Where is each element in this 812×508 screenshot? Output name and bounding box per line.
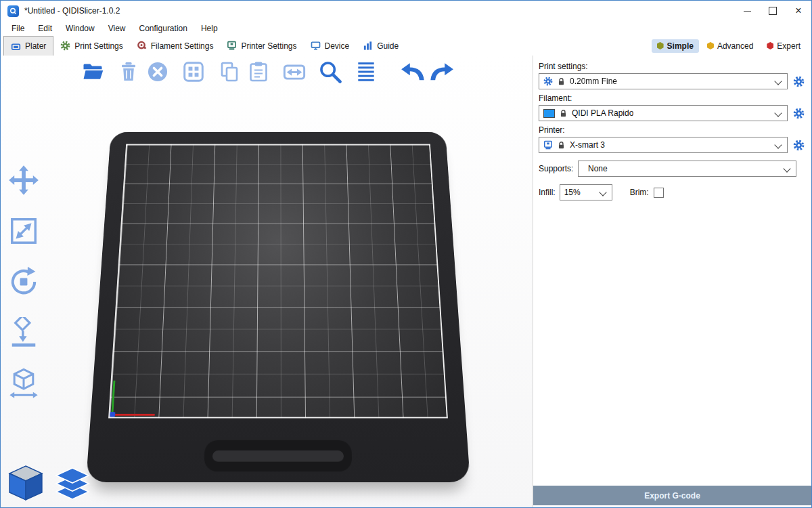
print-bed [86, 75, 470, 482]
tab-print-settings[interactable]: Print Settings [53, 36, 129, 56]
3d-cube-icon [6, 464, 45, 502]
open-file-button[interactable] [79, 58, 106, 85]
lock-icon [557, 77, 566, 86]
window-controls: × [734, 1, 811, 21]
arrange-button[interactable] [180, 58, 207, 85]
filament-gear-button[interactable] [791, 106, 806, 121]
app-logo-icon [7, 5, 19, 17]
lock-icon [557, 141, 566, 150]
expert-mode-dot-icon [767, 42, 773, 49]
tab-plater[interactable]: Plater [3, 36, 53, 56]
mode-label: Advanced [717, 41, 753, 51]
settings-sidebar: Print settings: 0.20mm Fine Filament: QI… [533, 56, 811, 507]
redo-button[interactable] [428, 58, 455, 85]
paste-button[interactable] [245, 58, 272, 85]
maximize-button[interactable] [760, 1, 786, 21]
infill-combo[interactable]: 15% [560, 184, 612, 200]
preview-view-button[interactable] [55, 467, 90, 501]
mode-expert[interactable]: Expert [761, 39, 806, 53]
bed-plate [86, 132, 470, 482]
tab-device[interactable]: Device [304, 36, 357, 56]
menu-view[interactable]: View [102, 22, 133, 35]
place-on-face-button[interactable] [5, 314, 43, 352]
printer-gear-button[interactable] [791, 137, 806, 152]
variable-layer-height-button[interactable] [353, 58, 380, 85]
copy-button[interactable] [216, 58, 243, 85]
mode-label: Simple [667, 41, 694, 51]
filament-color-swatch [543, 109, 555, 118]
printer-combo[interactable]: X-smart 3 [539, 137, 788, 153]
infill-label: Infill: [539, 188, 556, 197]
tab-label: Printer Settings [241, 41, 296, 51]
measure-cube-icon [8, 368, 39, 399]
y-axis-indicator [111, 381, 115, 416]
print-settings-combo[interactable]: 0.20mm Fine [539, 73, 788, 89]
printer-value: X-smart 3 [570, 140, 605, 150]
supports-combo[interactable]: None [578, 161, 796, 177]
undo-button[interactable] [399, 58, 426, 85]
menu-window[interactable]: Window [59, 22, 102, 35]
menu-help[interactable]: Help [194, 22, 225, 35]
infill-row: Infill: 15% Brim: [539, 184, 806, 200]
rotate-button[interactable] [5, 263, 43, 301]
filament-label: Filament: [539, 93, 806, 103]
copy-icon [219, 61, 240, 83]
maximize-icon [769, 7, 777, 15]
scale-button[interactable] [5, 212, 43, 250]
menu-bar: File Edit Window View Configuration Help [1, 21, 811, 36]
undo-arrow-icon [400, 62, 426, 82]
split-arrows-icon [282, 60, 307, 84]
chevron-down-icon [774, 77, 782, 85]
layer-lines-icon [355, 60, 378, 83]
print-settings-gear-button[interactable] [791, 74, 806, 89]
window-title: *Untitled - QIDISlicer-1.0.2 [24, 6, 120, 16]
tab-printer-settings[interactable]: Printer Settings [220, 36, 303, 56]
menu-configuration[interactable]: Configuration [133, 22, 194, 35]
filament-combo[interactable]: QIDI PLA Rapido [539, 105, 788, 121]
menu-file[interactable]: File [5, 22, 31, 35]
viewport-toolbar [79, 58, 457, 85]
close-button[interactable]: × [786, 1, 811, 21]
simple-mode-dot-icon [657, 42, 664, 49]
tab-filament-settings[interactable]: Filament Settings [130, 36, 221, 56]
monitor-icon [311, 41, 321, 51]
brim-checkbox[interactable] [654, 188, 664, 198]
minimize-icon [744, 11, 751, 12]
printer-icon [227, 41, 237, 51]
tab-label: Guide [377, 41, 399, 51]
chevron-down-icon [774, 141, 782, 148]
mode-simple[interactable]: Simple [652, 39, 699, 53]
gear-icon [793, 108, 805, 119]
delete-all-button[interactable] [144, 58, 171, 85]
delete-button[interactable] [115, 58, 142, 85]
tab-label: Plater [25, 41, 46, 51]
mode-advanced[interactable]: Advanced [702, 39, 759, 53]
bed-handle-grip [212, 450, 344, 461]
rotate-icon [7, 266, 40, 298]
supports-value: None [588, 164, 608, 173]
tab-guide[interactable]: Guide [356, 36, 405, 56]
menu-edit[interactable]: Edit [31, 22, 59, 35]
viewport-3d[interactable] [1, 56, 533, 507]
export-gcode-button[interactable]: Export G-code [533, 486, 811, 505]
search-button[interactable] [317, 58, 344, 85]
plater-icon [11, 41, 21, 51]
qidislicer-window: *Untitled - QIDISlicer-1.0.2 × File Edit… [0, 0, 812, 508]
print-settings-value: 0.20mm Fine [570, 77, 617, 86]
arrange-grid-icon [182, 60, 205, 83]
tab-bar: Plater Print Settings Filament Settings … [1, 36, 811, 56]
minimize-button[interactable] [734, 1, 760, 21]
title-bar: *Untitled - QIDISlicer-1.0.2 × [1, 1, 811, 21]
editor-view-button[interactable] [6, 464, 45, 502]
brim-label: Brim: [630, 188, 649, 197]
redo-arrow-icon [429, 62, 455, 82]
x-axis-indicator [111, 414, 155, 416]
scale-icon [8, 215, 39, 247]
layers-stack-icon [55, 467, 90, 501]
paste-icon [248, 61, 269, 83]
circle-x-icon [146, 60, 169, 83]
bed-handle [204, 440, 352, 471]
move-button[interactable] [5, 161, 43, 199]
measure-button[interactable] [5, 364, 43, 402]
split-objects-button[interactable] [281, 58, 308, 85]
